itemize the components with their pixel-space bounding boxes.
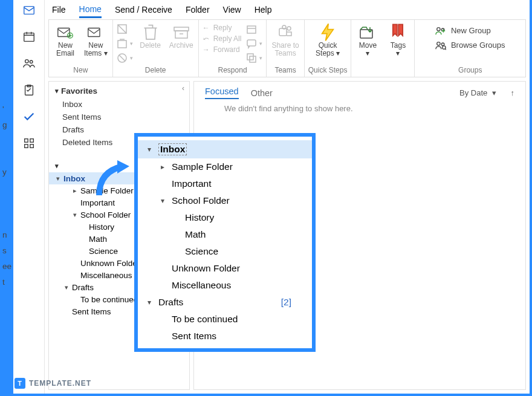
collapse-pane-button[interactable]: ‹: [182, 84, 184, 93]
tasks-icon[interactable]: [22, 83, 36, 97]
nav-rail: [13, 0, 45, 394]
svg-point-25: [437, 28, 440, 31]
svg-rect-19: [247, 54, 253, 60]
callout-item[interactable]: Miscellaneous: [138, 277, 312, 294]
chevron-down-icon: ▾: [366, 49, 369, 57]
watermark: T TEMPLATE.NET: [15, 378, 91, 389]
tab-other[interactable]: Other: [251, 88, 273, 98]
sort-button[interactable]: By Date ▾ ↑: [459, 88, 514, 97]
replyall-button[interactable]: ⤺Reply All: [203, 34, 242, 43]
fav-sent[interactable]: Sent Items: [49, 111, 189, 123]
ribbon-group-label: New: [73, 65, 88, 76]
callout-item[interactable]: To be continued: [138, 311, 312, 328]
tab-focused[interactable]: Focused: [205, 86, 239, 99]
meeting-button[interactable]: [246, 24, 262, 34]
ignore-button[interactable]: [117, 24, 133, 34]
chevron-icon: ▾: [148, 145, 155, 154]
menu-help[interactable]: Help: [255, 5, 272, 15]
callout-item[interactable]: ▾Inbox: [138, 140, 312, 158]
svg-rect-15: [174, 27, 189, 31]
chevron-down-icon: ▾: [55, 162, 59, 170]
menu-bar: File Home Send / Receive Folder View Hel…: [45, 0, 530, 19]
chevron-down-icon: ▾: [55, 175, 61, 183]
chevron-down-icon: ▾: [55, 87, 59, 95]
callout-item[interactable]: ▸Sample Folder: [138, 158, 312, 175]
chevron-icon: ▾: [161, 196, 168, 205]
callout-item[interactable]: ▾School Folder: [138, 192, 312, 209]
fav-inbox[interactable]: Inbox: [49, 98, 189, 111]
ribbon: NewEmail NewItems ▾ New ▾ ▾: [48, 19, 526, 77]
ribbon-group-quicksteps: QuickSteps ▾ Quick Steps: [305, 20, 352, 77]
callout-item[interactable]: Science: [138, 243, 312, 260]
people-icon[interactable]: [22, 57, 36, 70]
ribbon-group-label: Respond: [218, 65, 247, 76]
ribbon-group-delete: ▾ ▾ Delete Archive Delete: [113, 20, 199, 77]
callout-item[interactable]: Sent Items: [138, 328, 312, 345]
respond-list: ←Reply ⤺Reply All →Forward: [203, 22, 242, 54]
ribbon-group-label: Teams: [274, 65, 296, 76]
new-items-button[interactable]: NewItems ▾: [83, 22, 109, 59]
svg-rect-6: [30, 139, 33, 143]
ribbon-group-respond: ←Reply ⤺Reply All →Forward ▾ ▾ Respond: [199, 20, 267, 77]
svg-point-28: [441, 43, 444, 46]
menu-home[interactable]: Home: [79, 4, 102, 18]
archive-button[interactable]: Archive: [168, 22, 195, 51]
delete-button[interactable]: Delete: [138, 22, 163, 51]
reply-button[interactable]: ←Reply: [203, 24, 242, 32]
chevron-icon: ▸: [72, 187, 78, 195]
chevron-down-icon: ▾: [130, 55, 133, 61]
ribbon-group-label: Quick Steps: [308, 65, 348, 76]
ribbon-group-label: Delete: [145, 65, 166, 76]
menu-sendreceive[interactable]: Send / Receive: [115, 5, 172, 15]
callout-item[interactable]: Math: [138, 226, 312, 243]
new-email-button[interactable]: NewEmail: [53, 22, 78, 59]
chevron-icon: ▾: [72, 211, 78, 219]
move-button[interactable]: Move▾: [355, 22, 380, 59]
ribbon-group-label: Groups: [458, 65, 482, 76]
calendar-icon[interactable]: [22, 30, 36, 44]
message-list-header: Focused Other By Date ▾ ↑: [205, 86, 514, 99]
svg-point-27: [437, 42, 440, 45]
svg-rect-8: [30, 144, 33, 148]
more-respond-button[interactable]: ▾: [246, 53, 262, 63]
delete-small-buttons: ▾ ▾: [117, 22, 133, 63]
junk-button[interactable]: ▾: [117, 53, 133, 63]
menu-file[interactable]: File: [52, 5, 66, 15]
forward-button[interactable]: →Forward: [203, 45, 242, 54]
svg-rect-7: [24, 144, 28, 148]
chevron-down-icon: ▾: [336, 49, 340, 57]
quick-steps-button[interactable]: QuickSteps ▾: [314, 22, 341, 59]
share-teams-button[interactable]: Share toTeams: [270, 22, 300, 59]
im-button[interactable]: ▾: [246, 38, 262, 49]
respond-extra: ▾ ▾: [246, 22, 262, 63]
apps-icon[interactable]: [22, 137, 36, 150]
chevron-down-icon: ▾: [396, 49, 400, 57]
ribbon-group-groups: New Group Browse Groups Groups: [415, 20, 525, 77]
todo-icon[interactable]: [22, 110, 36, 123]
svg-rect-11: [88, 28, 100, 36]
tags-button[interactable]: Tags▾: [385, 22, 410, 59]
callout-panel: ▾Inbox▸Sample FolderImportant▾School Fol…: [134, 133, 316, 352]
cleanup-button[interactable]: ▾: [117, 38, 133, 49]
menu-folder[interactable]: Folder: [186, 5, 210, 15]
svg-rect-5: [24, 139, 28, 143]
svg-rect-21: [279, 28, 287, 36]
svg-rect-18: [247, 40, 256, 46]
callout-arrow: [93, 159, 135, 201]
ribbon-group-move: Move▾ Tags▾: [351, 20, 415, 77]
mail-icon[interactable]: [22, 4, 36, 17]
menu-view[interactable]: View: [223, 5, 241, 15]
sort-direction-icon[interactable]: ↑: [511, 88, 515, 97]
svg-rect-17: [247, 26, 256, 33]
ribbon-group-teams: Share toTeams Teams: [267, 20, 304, 77]
callout-item[interactable]: History: [138, 209, 312, 226]
new-group-button[interactable]: New Group: [435, 26, 491, 36]
browse-groups-button[interactable]: Browse Groups: [435, 41, 505, 50]
favorites-header[interactable]: ▾Favorites: [49, 84, 189, 98]
empty-message: We didn't find anything to show here.: [205, 99, 514, 113]
callout-item[interactable]: ▾Drafts[2]: [138, 294, 312, 311]
chevron-down-icon: ▾: [104, 49, 108, 57]
callout-item[interactable]: Unknown Folder: [138, 260, 312, 277]
callout-item[interactable]: Important: [138, 175, 312, 192]
watermark-badge: T: [15, 378, 25, 389]
